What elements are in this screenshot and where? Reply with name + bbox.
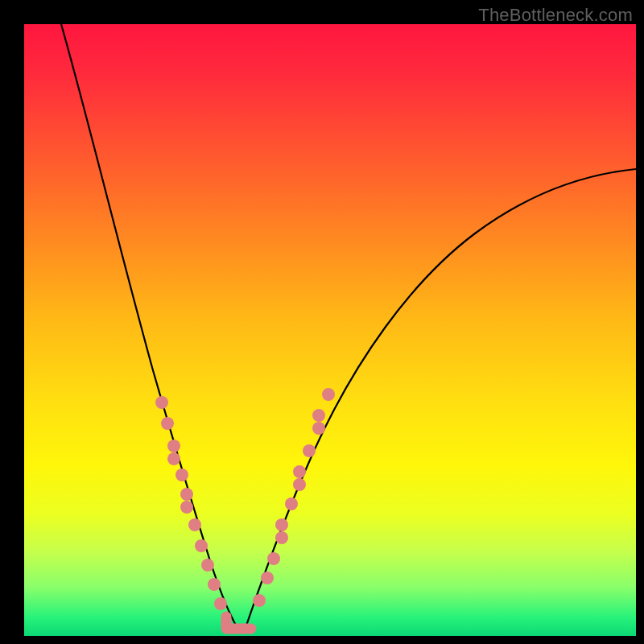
bead-marker [267, 552, 280, 565]
bead-marker [261, 572, 274, 584]
left-branch-curve [61, 24, 237, 628]
bead-marker [285, 497, 298, 510]
watermark-text: TheBottleneck.com [478, 5, 633, 26]
bead-marker [167, 440, 180, 452]
bead-marker [214, 597, 227, 610]
bead-marker [167, 452, 180, 465]
chart-overlay-svg [24, 24, 636, 636]
bead-marker [312, 422, 325, 435]
bead-marker [208, 578, 221, 591]
bead-marker [188, 518, 201, 531]
bead-marker [293, 478, 306, 491]
bead-marker [253, 594, 266, 607]
right-branch-curve [246, 169, 636, 628]
bead-marker [312, 409, 325, 422]
bead-marker [322, 388, 335, 401]
bead-marker [293, 465, 306, 478]
bead-marker [303, 444, 316, 457]
plot-area [24, 24, 636, 636]
bead-marker [175, 469, 188, 481]
bead-marker [275, 518, 288, 531]
bead-markers-group [155, 388, 335, 610]
bead-marker [275, 531, 288, 544]
bead-marker [155, 396, 168, 409]
bead-marker [161, 417, 174, 430]
bead-marker [180, 488, 193, 501]
chart-frame: TheBottleneck.com [0, 0, 644, 644]
bead-marker [201, 559, 214, 572]
bead-marker [195, 539, 208, 552]
bead-marker [180, 501, 193, 514]
